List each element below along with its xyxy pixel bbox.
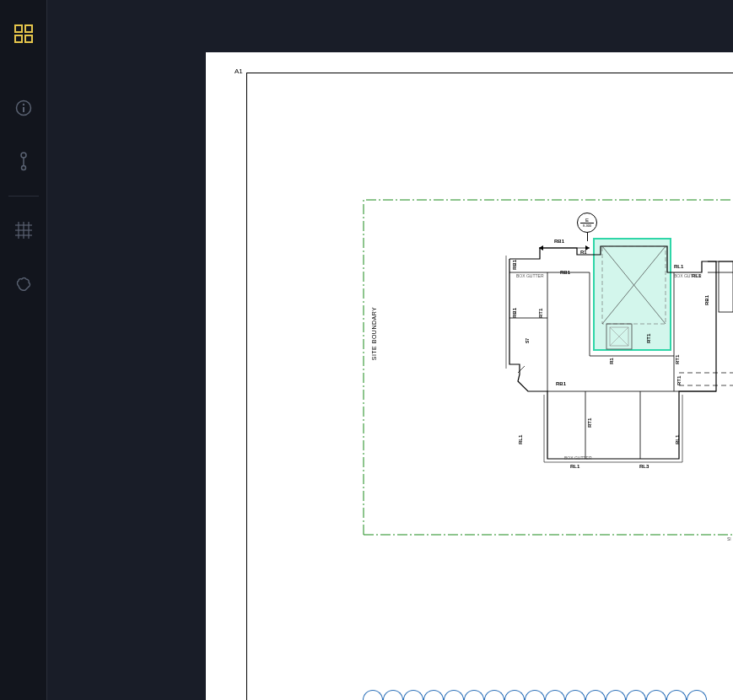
sidebar-item-connect[interactable]	[7, 145, 40, 179]
sidebar-item-grid[interactable]	[7, 213, 40, 247]
label-rl1-left: RL1	[518, 435, 523, 444]
grid-icon	[13, 220, 34, 240]
sidebar-item-hand[interactable]	[7, 267, 40, 301]
svg-rect-6	[23, 107, 24, 112]
label-rt1-right: RT1	[676, 376, 682, 385]
label-r1-top: R1	[580, 250, 587, 255]
svg-rect-1	[25, 25, 32, 32]
sidebar-item-apps[interactable]	[7, 17, 40, 51]
label-rt1-2: RT1	[646, 334, 651, 343]
label-rl1-right: RL1	[675, 435, 680, 444]
svg-rect-0	[15, 25, 22, 32]
svg-point-5	[22, 104, 24, 105]
svg-rect-37	[719, 261, 733, 312]
label-rl3-bottom: RL3	[639, 464, 649, 469]
label-s7: S7	[525, 338, 530, 343]
label-rb1-top: RB1	[554, 239, 564, 244]
label-rb1-mid: RB1	[560, 270, 570, 275]
label-box-gutter-right: BOX GUTTER	[674, 273, 702, 278]
svg-point-9	[21, 166, 25, 170]
label-rt1-3: RT1	[675, 355, 680, 364]
label-rt1-1: RT1	[538, 309, 543, 318]
label-rb1-right: RB1	[704, 295, 709, 305]
label-rl1-top: RL1	[674, 264, 683, 269]
sidebar-divider	[8, 196, 39, 197]
label-rt1-mid: RT1	[587, 418, 592, 428]
label-rb1-left1: RB1	[512, 260, 517, 270]
apps-icon	[14, 24, 33, 43]
hand-icon	[13, 274, 34, 294]
label-box-gutter-bottom: BOX GUTTER	[564, 455, 592, 460]
label-r1-mid: R1	[609, 358, 614, 364]
label-rb1-left2: RB1	[512, 308, 517, 318]
vegetation-line	[363, 690, 707, 700]
label-box-gutter-top: BOX GUTTER	[516, 273, 544, 278]
sidebar-item-info[interactable]	[7, 91, 40, 125]
label-rl1-bottom: RL1	[570, 464, 579, 469]
svg-rect-3	[25, 35, 32, 42]
svg-rect-2	[15, 35, 22, 42]
label-rb1-lower: RB1	[556, 381, 566, 386]
svg-point-7	[21, 153, 26, 158]
svg-line-41	[518, 366, 525, 373]
floor-plan	[206, 52, 733, 700]
drawing-sheet[interactable]: A1 SITE BOUNDARY SI E S.300	[206, 52, 733, 700]
dots-icon	[15, 151, 32, 173]
info-icon	[15, 100, 32, 116]
sidebar	[0, 0, 47, 700]
canvas-area[interactable]: A1 SITE BOUNDARY SI E S.300	[47, 0, 733, 700]
